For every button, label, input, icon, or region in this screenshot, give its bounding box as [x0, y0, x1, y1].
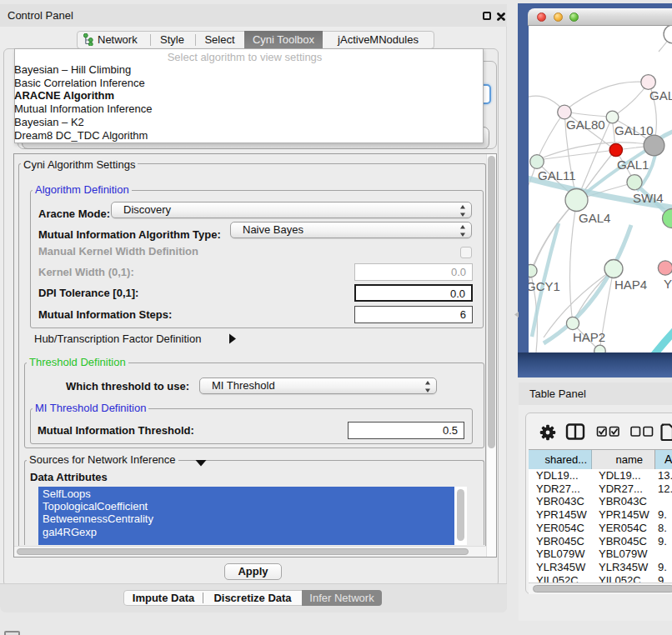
svg-text:HAP2: HAP2 — [573, 330, 605, 344]
svg-text:GAL80: GAL80 — [566, 118, 605, 132]
svg-text:HAP4: HAP4 — [614, 278, 647, 292]
svg-text:GAL11: GAL11 — [538, 168, 576, 182]
svg-text:GAL7: GAL7 — [649, 88, 672, 102]
svg-text:SWI4: SWI4 — [633, 191, 664, 205]
svg-text:YE: YE — [664, 277, 672, 291]
svg-text:GAL10: GAL10 — [614, 123, 654, 138]
svg-text:GAL4: GAL4 — [579, 211, 610, 225]
svg-text:GCY1: GCY1 — [529, 279, 560, 293]
svg-text:GAL1: GAL1 — [617, 158, 649, 172]
